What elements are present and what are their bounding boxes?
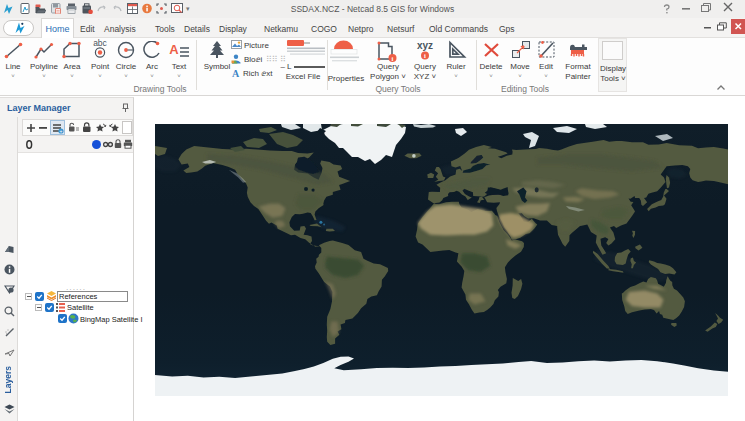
svg-text:A: A	[169, 42, 179, 57]
svg-text:i: i	[424, 52, 426, 59]
svg-text:i: i	[392, 55, 394, 62]
svg-text:abc: abc	[93, 39, 107, 48]
svg-text:xyz: xyz	[417, 40, 433, 51]
svg-text:+: +	[60, 128, 63, 134]
svg-text:A: A	[232, 68, 240, 78]
